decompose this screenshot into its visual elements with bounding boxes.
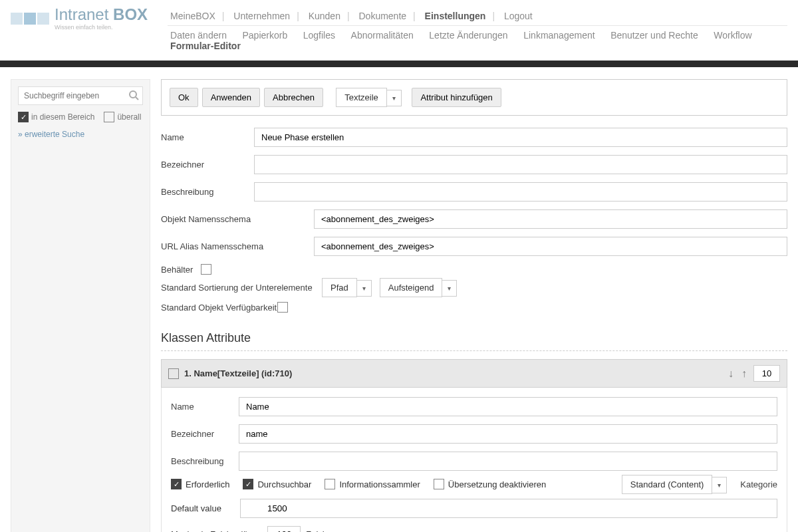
attribute-order-input[interactable] <box>753 365 780 382</box>
maxlen-input[interactable] <box>267 526 301 532</box>
attribute-type-value: Textzeile <box>336 88 387 107</box>
chevron-down-icon: ▾ <box>712 477 727 493</box>
svg-line-1 <box>136 97 138 100</box>
logo: Intranet BOX Wissen einfach teilen. <box>11 7 148 31</box>
subnav-logfiles[interactable]: Logfiles <box>301 30 338 41</box>
nav-einstellungen[interactable]: Einstellungen <box>422 11 489 21</box>
top-nav: MeineBOX| Unternehmen| Kunden| Dokumente… <box>168 7 787 26</box>
divider-bar <box>0 61 798 67</box>
sidebar: ✓in diesem Bereich überall erweiterte Su… <box>11 79 150 532</box>
checkbox-checked-icon: ✓ <box>18 112 29 122</box>
identifier-label: Bezeichner <box>161 160 254 170</box>
attr-identifier-input[interactable] <box>239 424 777 444</box>
required-checkbox[interactable]: ✓Erforderlich <box>171 479 229 489</box>
container-checkbox[interactable] <box>201 264 211 275</box>
nav-dokumente[interactable]: Dokumente <box>356 11 409 21</box>
move-up-icon[interactable]: ↑ <box>740 368 748 380</box>
advanced-search-link[interactable]: erweiterte Suche <box>18 130 84 139</box>
availability-label: Standard Objekt Verfügbarkeit <box>161 303 277 313</box>
description-label: Beschreibung <box>161 187 254 197</box>
attribute-header: 1. Name[Textzeile] (id:710) ↓ ↑ <box>161 359 787 388</box>
name-label: Name <box>161 132 254 142</box>
maxlen-label: Maximale Zeichenlänge <box>171 529 262 532</box>
collector-label: Informationssammler <box>339 479 420 489</box>
subnav-letzte-aenderungen[interactable]: Letzte Änderungen <box>426 30 510 41</box>
subnav-linkmanagement[interactable]: Linkmanagement <box>521 30 597 41</box>
category-label: Kategorie <box>740 479 777 489</box>
category-select[interactable]: Standard (Content)▾ <box>622 479 728 489</box>
subnav-papierkorb[interactable]: Papierkorb <box>239 30 290 41</box>
checkbox-icon <box>325 479 335 489</box>
object-schema-input[interactable] <box>314 209 787 229</box>
attribute-title: 1. Name[Textzeile] (id:710) <box>184 368 722 378</box>
ok-button[interactable]: Ok <box>170 88 198 107</box>
section-divider <box>161 350 787 351</box>
sub-nav: Daten ändern Papierkorb Logfiles Abnorma… <box>168 26 787 55</box>
class-attributes-heading: Klassen Attribute <box>161 331 787 345</box>
attribute-select-checkbox[interactable] <box>168 368 179 379</box>
add-attribute-button[interactable]: Attribut hinzufügen <box>412 88 501 107</box>
attr-description-label: Beschreibung <box>171 456 231 466</box>
attr-description-input[interactable] <box>239 452 777 471</box>
description-input[interactable] <box>254 182 787 201</box>
no-translate-checkbox[interactable]: Übersetzung deaktivieren <box>434 479 546 489</box>
checkbox-checked-icon: ✓ <box>171 479 182 489</box>
nav-meinebox[interactable]: MeineBOX <box>168 11 218 21</box>
chevron-down-icon: ▾ <box>357 280 372 297</box>
no-translate-label: Übersetzung deaktivieren <box>448 479 546 489</box>
container-label: Behälter <box>161 265 201 275</box>
logo-tagline: Wissen einfach teilen. <box>55 25 148 31</box>
required-label: Erforderlich <box>186 479 229 489</box>
sort-field-select[interactable]: Pfad▾ <box>322 283 372 293</box>
nav-unternehmen[interactable]: Unternehmen <box>231 11 293 21</box>
svg-point-0 <box>130 91 136 98</box>
object-schema-label: Objekt Namensschema <box>161 214 314 224</box>
checkbox-icon <box>104 112 114 122</box>
search-scope-here[interactable]: ✓in diesem Bereich <box>18 112 94 122</box>
sort-field-value: Pfad <box>322 278 357 297</box>
searchable-label: Durchsuchbar <box>257 479 311 489</box>
category-value: Standard (Content) <box>622 475 713 494</box>
collector-checkbox[interactable]: Informationssammler <box>325 479 420 489</box>
logo-icon <box>11 13 49 25</box>
sort-direction-value: Aufsteigend <box>380 278 443 297</box>
subnav-formular-editor[interactable]: Formular-Editor <box>168 41 243 51</box>
subnav-workflow[interactable]: Workflow <box>711 30 754 41</box>
sort-direction-select[interactable]: Aufsteigend▾ <box>380 283 458 293</box>
search-scope-all-label: überall <box>117 112 141 122</box>
url-schema-input[interactable] <box>314 237 787 256</box>
attribute-type-select[interactable]: Textzeile▾ <box>336 92 402 102</box>
searchable-checkbox[interactable]: ✓Durchsuchbar <box>243 479 311 489</box>
checkbox-checked-icon: ✓ <box>243 479 253 489</box>
attr-identifier-label: Bezeichner <box>171 429 231 439</box>
nav-kunden[interactable]: Kunden <box>306 11 343 21</box>
name-input[interactable] <box>254 128 787 147</box>
search-scope-all[interactable]: überall <box>104 112 141 122</box>
identifier-input[interactable] <box>254 155 787 174</box>
sort-label: Standard Sortierung der Unterelemente <box>161 283 314 293</box>
cancel-button[interactable]: Abbrechen <box>264 88 323 107</box>
move-down-icon[interactable]: ↓ <box>727 368 735 380</box>
logo-name: Intranet <box>55 5 108 23</box>
search-input[interactable] <box>18 86 143 105</box>
logo-bold: BOX <box>113 5 148 23</box>
availability-checkbox[interactable] <box>277 302 288 313</box>
subnav-benutzer-rechte[interactable]: Benutzer und Rechte <box>608 30 701 41</box>
nav-logout[interactable]: Logout <box>501 11 535 21</box>
default-value-label: Default value <box>171 503 231 513</box>
subnav-daten-aendern[interactable]: Daten ändern <box>168 30 229 41</box>
toolbar: Ok Anwenden Abbrechen Textzeile▾ Attribu… <box>161 79 787 116</box>
checkbox-icon <box>434 479 444 489</box>
chevron-down-icon: ▾ <box>442 280 457 297</box>
attribute-body: Name Bezeichner Beschreibung ✓Erforderli… <box>161 388 787 532</box>
attr-name-input[interactable] <box>239 397 777 416</box>
url-schema-label: URL Alias Namensschema <box>161 241 314 251</box>
search-icon[interactable] <box>128 90 139 100</box>
default-value-input[interactable] <box>240 499 777 518</box>
attr-name-label: Name <box>171 402 231 412</box>
apply-button[interactable]: Anwenden <box>202 88 260 107</box>
search-scope-here-label: in diesem Bereich <box>31 112 94 122</box>
subnav-abnormalitaeten[interactable]: Abnormalitäten <box>348 30 416 41</box>
chevron-down-icon: ▾ <box>387 90 402 106</box>
maxlen-unit: Zeichen <box>306 529 336 532</box>
